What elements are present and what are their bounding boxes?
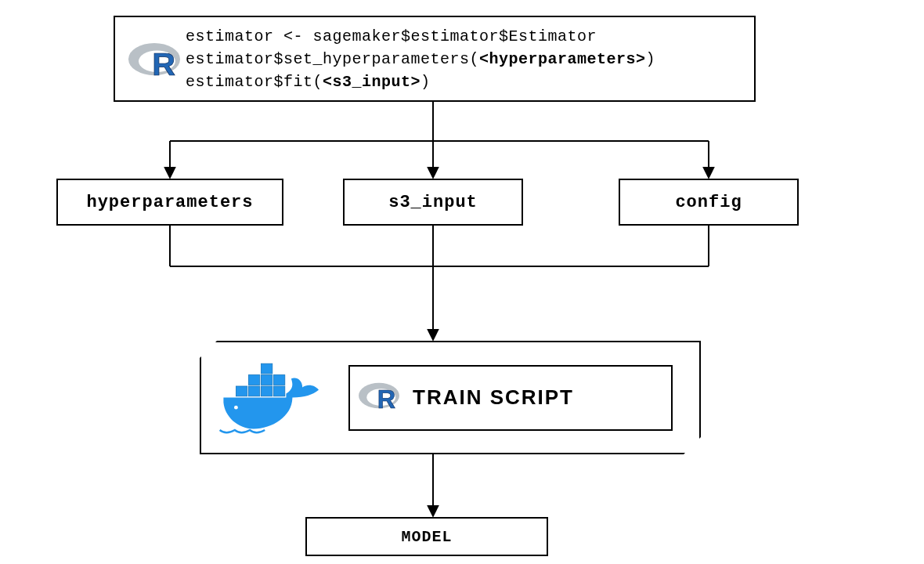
svg-point-22 <box>234 406 238 410</box>
code-line-2-arg: <hyperparameters> <box>479 50 646 68</box>
hyperparameters-label: hyperparameters <box>86 193 253 212</box>
s3-input-label: s3_input <box>388 193 478 212</box>
diagram-canvas: R estimator <- sagemaker$estimator$Estim… <box>0 0 924 564</box>
code-line-2c: ) <box>646 50 656 68</box>
svg-rect-19 <box>261 386 272 396</box>
svg-text:R: R <box>152 46 175 81</box>
hyperparameters-box: hyperparameters <box>56 179 283 226</box>
svg-rect-15 <box>261 375 272 385</box>
model-box: MODEL <box>305 517 548 556</box>
config-label: config <box>675 193 742 212</box>
svg-rect-20 <box>273 386 284 396</box>
s3-input-box: s3_input <box>343 179 523 226</box>
docker-container-box: R TRAIN SCRIPT <box>200 341 701 454</box>
code-line-1: estimator <- sagemaker$estimator$Estimat… <box>186 27 597 45</box>
code-line-3-arg: <s3_input> <box>323 73 420 91</box>
estimator-code-box: R estimator <- sagemaker$estimator$Estim… <box>114 16 756 102</box>
code-line-3c: ) <box>420 73 431 91</box>
config-box: config <box>619 179 799 226</box>
train-script-label: TRAIN SCRIPT <box>413 385 574 410</box>
code-line-3a: estimator$fit( <box>186 73 323 91</box>
svg-rect-17 <box>236 386 247 396</box>
code-snippet: estimator <- sagemaker$estimator$Estimat… <box>186 25 655 93</box>
r-logo-icon: R <box>123 38 186 81</box>
svg-rect-14 <box>248 375 259 385</box>
svg-rect-18 <box>248 386 259 396</box>
svg-rect-21 <box>261 363 272 374</box>
r-logo-small-icon: R <box>358 378 400 417</box>
model-label: MODEL <box>401 528 452 546</box>
docker-whale-icon <box>212 349 337 446</box>
train-script-box: R TRAIN SCRIPT <box>348 365 673 431</box>
svg-text:R: R <box>377 385 395 413</box>
code-line-2a: estimator$set_hyperparameters( <box>186 50 479 68</box>
svg-rect-16 <box>273 375 284 385</box>
